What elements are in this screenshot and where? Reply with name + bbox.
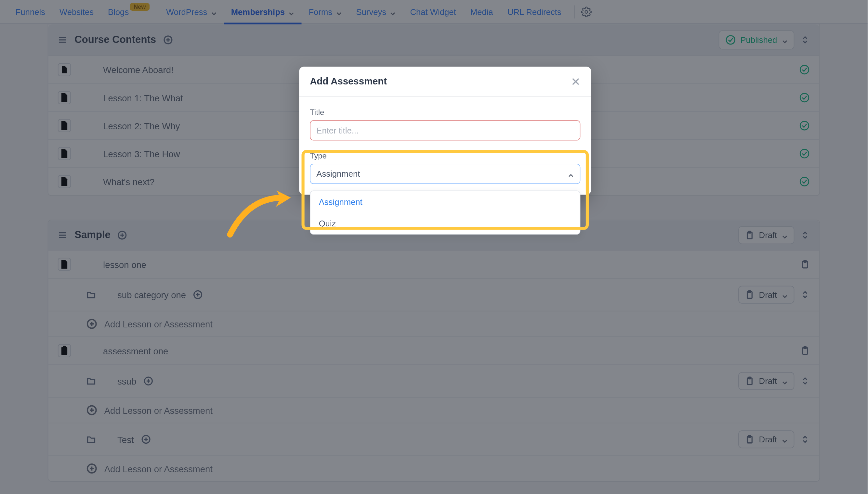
title-label: Title bbox=[310, 108, 580, 117]
modal-header: Add Assessment bbox=[299, 66, 591, 97]
chevron-up-icon bbox=[568, 171, 574, 177]
option-quiz[interactable]: Quiz bbox=[310, 212, 580, 234]
title-input[interactable] bbox=[310, 120, 580, 140]
modal-title: Add Assessment bbox=[310, 76, 387, 87]
type-select[interactable]: Assignment bbox=[310, 164, 580, 184]
option-assignment[interactable]: Assignment bbox=[310, 191, 580, 212]
close-icon[interactable] bbox=[571, 77, 580, 86]
modal-body: Title Type Assignment bbox=[299, 97, 591, 195]
type-value: Assignment bbox=[316, 169, 360, 178]
type-label: Type bbox=[310, 151, 580, 160]
type-dropdown: Assignment Quiz bbox=[310, 191, 580, 235]
add-assessment-modal: Add Assessment Title Type Assignment Ass… bbox=[299, 66, 591, 194]
